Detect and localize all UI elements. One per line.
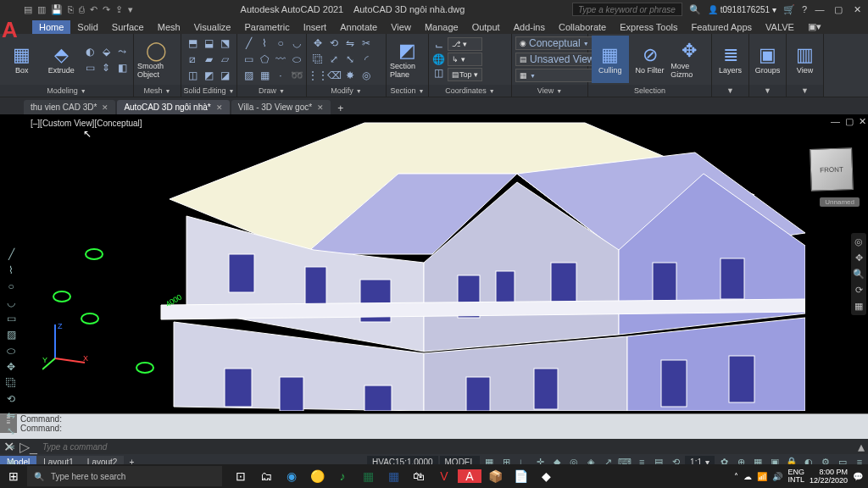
close-tab-icon[interactable]: ✕ xyxy=(317,103,324,112)
trim-icon[interactable]: ✂ xyxy=(359,36,374,51)
edge-icon[interactable]: ◉ xyxy=(280,469,303,483)
array-icon[interactable]: ⋮⋮ xyxy=(310,68,326,83)
minimize-button[interactable]: — xyxy=(814,4,826,14)
ucs-named-button[interactable]: ⎇ ▾ xyxy=(448,37,482,51)
slice-icon[interactable]: ⧄ xyxy=(185,52,200,67)
move-icon[interactable]: ✥ xyxy=(310,36,326,51)
tab-home[interactable]: Home xyxy=(32,20,70,34)
control-marker[interactable] xyxy=(136,362,154,374)
viewport-max-icon[interactable]: ▢ xyxy=(845,116,854,127)
coccoc-icon[interactable]: ♪ xyxy=(331,469,354,483)
nav-pline-icon[interactable]: ⌇ xyxy=(3,264,19,276)
language-indicator[interactable]: ENGINTL xyxy=(787,469,804,484)
help-search-input[interactable] xyxy=(572,3,682,16)
nav-trim-icon[interactable]: ✂ xyxy=(3,441,19,453)
autocad-taskbar-icon[interactable]: A xyxy=(458,469,481,483)
tab-insert[interactable]: Insert xyxy=(297,20,334,34)
section-plane-button[interactable]: ◩Section Plane xyxy=(390,36,425,83)
help-icon[interactable]: ? xyxy=(802,4,807,14)
volume-icon[interactable]: 🔊 xyxy=(772,472,782,481)
mirror-icon[interactable]: ⇋ xyxy=(342,36,358,51)
close-button[interactable]: ✕ xyxy=(851,4,863,15)
command-input[interactable] xyxy=(42,442,853,452)
hatch-icon[interactable]: ▨ xyxy=(241,68,256,83)
tab-solid[interactable]: Solid xyxy=(70,20,104,34)
chrome-icon[interactable]: 🟡 xyxy=(305,469,329,483)
subtract-icon[interactable]: ⬓ xyxy=(201,36,216,51)
copy-icon[interactable]: ⿻ xyxy=(310,52,326,67)
cmd-recent-icon[interactable]: ▴ xyxy=(858,439,865,455)
tab-view[interactable]: View xyxy=(384,20,418,34)
excel-icon[interactable]: ▦ xyxy=(356,469,380,483)
ucs-x-button[interactable]: ↳ ▾ xyxy=(448,53,482,66)
taskview-icon[interactable]: ⊡ xyxy=(229,469,253,483)
intersect-icon[interactable]: ⬔ xyxy=(217,36,232,51)
smooth-object-button[interactable]: ◯Smooth Object xyxy=(137,36,175,83)
store-icon[interactable]: 🛍 xyxy=(407,469,431,483)
doc-tab[interactable]: thu vien CAD 3D*✕ xyxy=(24,100,115,114)
clock[interactable]: 8:00 PM12/22/2020 xyxy=(810,468,848,485)
control-marker[interactable] xyxy=(53,291,71,302)
union-icon[interactable]: ⬒ xyxy=(185,36,200,51)
showmotion-icon[interactable]: ▦ xyxy=(851,301,866,312)
qat-saveas-icon[interactable]: ⎘ xyxy=(68,4,74,15)
user-account[interactable]: 👤 t0918176251 ▾ xyxy=(708,5,776,14)
polygon-icon[interactable]: ⬠ xyxy=(257,52,272,67)
move-gizmo-button[interactable]: ✥Move Gizmo xyxy=(670,36,708,83)
tab-mesh[interactable]: Mesh xyxy=(151,20,187,34)
nav-circle-icon[interactable]: ○ xyxy=(3,280,19,292)
nav-hatch-icon[interactable]: ▨ xyxy=(3,329,19,341)
pline-icon[interactable]: ⌇ xyxy=(257,36,272,51)
viewport-label[interactable]: [–][Custom View][Conceptual] xyxy=(31,119,142,128)
pan-icon[interactable]: ✥ xyxy=(851,252,866,263)
windows-search[interactable]: 🔍 Type here to search xyxy=(27,466,222,486)
qat-share-icon[interactable]: ⇪ xyxy=(115,4,123,15)
start-button[interactable]: ⊞ xyxy=(0,469,27,483)
notepad-icon[interactable]: 📄 xyxy=(509,469,532,483)
tab-express[interactable]: Express Tools xyxy=(613,20,684,34)
maximize-button[interactable]: ▢ xyxy=(832,4,844,15)
ellipse-icon[interactable]: ⬭ xyxy=(289,52,304,67)
tray-expand-icon[interactable]: ˄ xyxy=(734,472,738,481)
layers-button[interactable]: ≣Layers xyxy=(715,36,745,83)
new-doc-tab-button[interactable]: + xyxy=(332,103,348,114)
nav-mirror-icon[interactable]: ⇋ xyxy=(3,409,19,421)
thicken-icon[interactable]: ▰ xyxy=(201,52,216,67)
nav-ellipse-icon[interactable]: ⬭ xyxy=(3,345,19,357)
close-tab-icon[interactable]: ✕ xyxy=(102,103,108,112)
viewport-close-icon[interactable]: ✕ xyxy=(859,116,866,127)
nav-move-icon[interactable]: ✥ xyxy=(3,361,19,373)
helix-icon[interactable]: ➿ xyxy=(289,68,304,83)
control-marker[interactable] xyxy=(85,248,103,260)
tab-featured[interactable]: Featured Apps xyxy=(685,20,760,34)
tab-surface[interactable]: Surface xyxy=(105,20,151,34)
winrar-icon[interactable]: 📦 xyxy=(483,469,507,483)
region-icon[interactable]: ▦ xyxy=(257,68,272,83)
nav-arc-icon[interactable]: ◡ xyxy=(3,297,19,308)
onedrive-icon[interactable]: ☁ xyxy=(743,472,752,481)
qat-save-icon[interactable]: 💾 xyxy=(51,4,63,15)
explorer-icon[interactable]: 🗂 xyxy=(254,469,278,483)
notifications-icon[interactable]: 💬 xyxy=(853,472,863,481)
tab-output[interactable]: Output xyxy=(465,20,507,34)
tab-annotate[interactable]: Annotate xyxy=(333,20,384,34)
nav-rect-icon[interactable]: ▭ xyxy=(3,313,19,324)
tab-visualize[interactable]: Visualize xyxy=(187,20,238,34)
culling-button[interactable]: ▦Culling xyxy=(592,36,629,83)
arc-icon[interactable]: ◡ xyxy=(289,36,304,51)
imprint-icon[interactable]: ▱ xyxy=(217,52,232,67)
nav-rotate-icon[interactable]: ⟲ xyxy=(3,393,19,405)
ucs-top-button[interactable]: ▤Top ▾ xyxy=(448,68,482,81)
rotate-icon[interactable]: ⟲ xyxy=(326,36,342,51)
fillet-icon[interactable]: ◪ xyxy=(217,68,232,83)
revolve-icon[interactable]: ◐ xyxy=(82,44,97,59)
word-icon[interactable]: ▦ xyxy=(381,469,405,483)
nav-copy-icon[interactable]: ⿻ xyxy=(3,377,19,389)
tab-addins[interactable]: Add-ins xyxy=(507,20,552,34)
viewcube-ucs-label[interactable]: Unnamed xyxy=(820,197,860,207)
circle-icon[interactable]: ○ xyxy=(273,36,288,51)
loft-icon[interactable]: ⬙ xyxy=(98,44,114,59)
ucs-world-icon[interactable]: 🌐 xyxy=(432,53,445,65)
autodesk-app-icon[interactable]: 🛒 xyxy=(783,4,795,15)
qat-undo-icon[interactable]: ↶ xyxy=(90,4,97,15)
